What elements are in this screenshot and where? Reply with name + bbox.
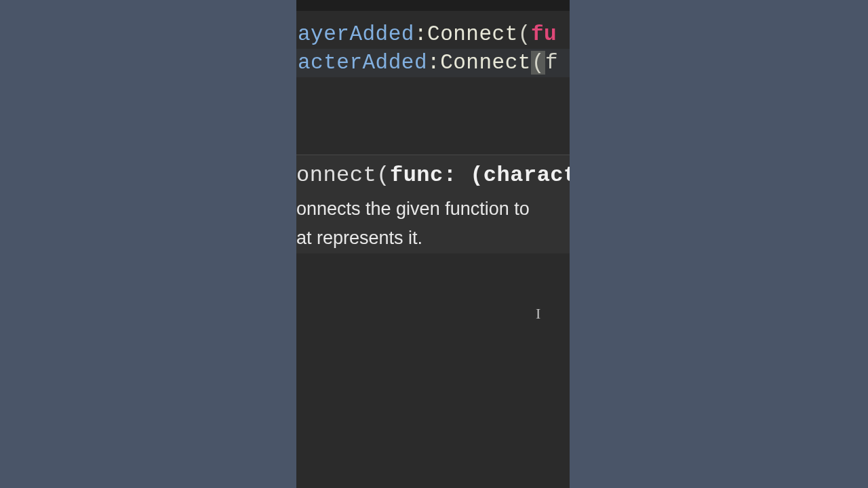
method-token: Connect xyxy=(427,22,518,46)
text-cursor-icon: I xyxy=(536,306,537,321)
plain-token: f xyxy=(545,51,558,75)
editor-top-bar xyxy=(296,0,570,11)
signature-prefix: onnect( xyxy=(296,163,390,188)
event-token: ayerAdded xyxy=(298,22,414,46)
event-token: acterAdded xyxy=(298,51,427,75)
tooltip-description: onnects the given function to at represe… xyxy=(296,195,570,260)
colon-token: : xyxy=(414,22,427,46)
code-line-2[interactable]: acterAdded:Connect(f xyxy=(296,49,570,77)
code-line-1[interactable]: ayerAdded:Connect(fu xyxy=(296,20,570,49)
tooltip-signature-line: onnect(func: (charact xyxy=(296,155,570,195)
vertical-video-frame: ayerAdded:Connect(fu acterAdded:Connect(… xyxy=(296,0,570,488)
method-token: Connect xyxy=(440,51,531,75)
paren-open-highlighted-token: ( xyxy=(531,51,545,75)
signature-help-tooltip: onnect(func: (charact onnects the given … xyxy=(296,155,570,260)
keyword-token: fu xyxy=(531,22,557,46)
code-editor[interactable]: ayerAdded:Connect(fu acterAdded:Connect(… xyxy=(296,11,570,77)
tooltip-desc-line2: at represents it. xyxy=(296,228,422,248)
paren-open-token: ( xyxy=(518,22,531,46)
editor-empty-area[interactable] xyxy=(296,253,570,488)
signature-active-param: func: (charact xyxy=(390,163,570,188)
colon-token: : xyxy=(427,51,440,75)
tooltip-desc-line1: onnects the given function to xyxy=(296,199,530,219)
